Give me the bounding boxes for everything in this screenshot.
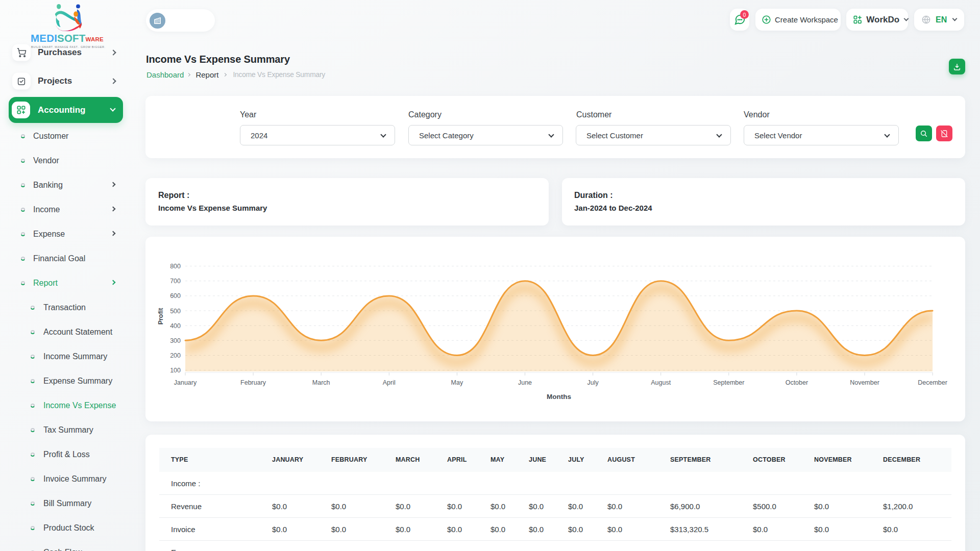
svg-text:August: August [651, 379, 671, 386]
svg-text:200: 200 [170, 352, 181, 359]
svg-text:Profit: Profit [157, 308, 164, 324]
svg-text:February: February [240, 379, 266, 386]
svg-text:Months: Months [547, 393, 571, 400]
svg-text:300: 300 [170, 337, 181, 344]
svg-text:June: June [518, 379, 532, 386]
svg-text:July: July [587, 379, 599, 386]
svg-text:500: 500 [170, 308, 181, 315]
svg-text:600: 600 [170, 292, 181, 299]
svg-text:100: 100 [170, 367, 181, 374]
svg-text:March: March [312, 379, 330, 386]
svg-text:November: November [850, 379, 879, 386]
svg-text:December: December [918, 379, 947, 386]
svg-text:400: 400 [170, 322, 181, 330]
svg-text:October: October [786, 379, 808, 386]
svg-text:700: 700 [170, 278, 181, 285]
svg-text:January: January [174, 379, 197, 386]
svg-text:September: September [713, 379, 744, 386]
svg-text:May: May [451, 379, 463, 386]
svg-text:800: 800 [170, 263, 181, 270]
svg-text:April: April [383, 379, 396, 386]
